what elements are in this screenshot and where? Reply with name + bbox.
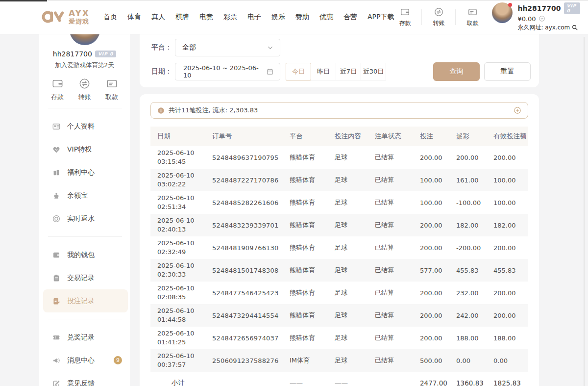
time-line: 02:51:34 bbox=[157, 203, 205, 211]
calendar-icon[interactable] bbox=[266, 68, 274, 76]
header-action-存款[interactable]: 存款 bbox=[394, 7, 416, 27]
username: hh2817700 bbox=[517, 4, 561, 12]
column-header-日期: 日期 bbox=[150, 132, 205, 141]
header-quick-actions: 存款转账取款 bbox=[394, 7, 483, 27]
cell-payout: 232.00 bbox=[449, 289, 487, 297]
cell-platform: 熊猫体育 bbox=[283, 288, 328, 297]
top-header: AYX 爱游戏 首页体育真人棋牌电竞彩票电子娱乐赞助优惠合营APP下载 存款转账… bbox=[0, 0, 588, 34]
range-button-今日[interactable]: 今日 bbox=[286, 63, 311, 80]
sidebar-item-label: 兑奖记录 bbox=[67, 333, 95, 342]
avatar[interactable] bbox=[492, 2, 513, 23]
range-button-近30日[interactable]: 近30日 bbox=[361, 63, 386, 80]
sidebar-item-消息中心[interactable]: 消息中心9 bbox=[39, 349, 130, 372]
time-line: 03:02:22 bbox=[157, 180, 205, 189]
cell-date: 2025-06-1002:51:34 bbox=[150, 194, 205, 211]
sidebar-action-取款[interactable]: 取款 bbox=[105, 77, 118, 102]
expand-icon[interactable] bbox=[514, 106, 521, 114]
sidebar-item-交易记录[interactable]: 交易记录 bbox=[39, 266, 130, 289]
range-button-近7日[interactable]: 近7日 bbox=[336, 63, 361, 80]
query-button[interactable]: 查询 bbox=[433, 62, 480, 81]
sidebar-item-VIP特权[interactable]: VIP特权 bbox=[39, 138, 130, 161]
date-range-value: 2025-06-10 ~ 2025-06-10 bbox=[183, 64, 266, 79]
subtotal-row: 小计 —— —— 2477.00 1360.83 1825.83 bbox=[150, 372, 528, 386]
table-row: 2025-06-1001:44:585248473294414554熊猫体育足球… bbox=[150, 304, 528, 327]
cell-payout: -100.00 bbox=[449, 199, 487, 206]
nav-item-棋牌[interactable]: 棋牌 bbox=[175, 13, 189, 22]
cell-date: 2025-06-1000:37:57 bbox=[150, 352, 205, 369]
cell-status: 已结算 bbox=[368, 221, 413, 230]
rebate-icon bbox=[52, 214, 61, 223]
divider bbox=[48, 319, 122, 319]
cell-content: 足球 bbox=[328, 334, 368, 342]
vip-badge: VIP 0 bbox=[564, 2, 580, 14]
date-line: 2025-06-10 bbox=[157, 239, 205, 248]
brand-logo[interactable]: AYX 爱游戏 bbox=[42, 9, 90, 25]
prizes-icon bbox=[52, 333, 61, 342]
time-line: 01:41:25 bbox=[157, 338, 205, 347]
header-action-转账[interactable]: 转账 bbox=[428, 7, 449, 27]
cell-bet: 200.00 bbox=[413, 289, 449, 297]
summary-bar: 共计11笔投注, 流水: 2,303.83 bbox=[150, 102, 528, 119]
nav-item-首页[interactable]: 首页 bbox=[103, 13, 117, 22]
date-range-input[interactable]: 2025-06-10 ~ 2025-06-10 bbox=[175, 63, 280, 80]
scrollbar[interactable] bbox=[584, 37, 585, 386]
sidebar-wallet-actions: 存款转账取款 bbox=[51, 77, 118, 102]
table-row: 2025-06-1002:51:345248485282261606熊猫体育足球… bbox=[150, 191, 528, 214]
nav-item-优惠[interactable]: 优惠 bbox=[319, 13, 333, 22]
cell-date: 2025-06-1001:41:25 bbox=[150, 329, 205, 346]
sidebar-item-福利中心[interactable]: 福利中心 bbox=[39, 161, 130, 184]
cell-date: 2025-06-1002:32:49 bbox=[150, 239, 205, 256]
cell-bet: 200.00 bbox=[413, 222, 449, 229]
sidebar-item-label: 投注记录 bbox=[67, 297, 95, 306]
cell-order-number: 5248487227170786 bbox=[205, 177, 283, 184]
header-action-取款[interactable]: 取款 bbox=[462, 7, 483, 27]
sidebar-avatar[interactable] bbox=[70, 34, 100, 45]
sidebar-action-存款[interactable]: 存款 bbox=[51, 77, 64, 102]
sidebar-item-投注记录[interactable]: 投注记录 bbox=[43, 289, 128, 312]
reset-button[interactable]: 重置 bbox=[484, 62, 531, 81]
nav-item-娱乐[interactable]: 娱乐 bbox=[271, 13, 285, 22]
cell-status: 已结算 bbox=[368, 153, 413, 162]
action-label: 取款 bbox=[105, 93, 118, 102]
cell-content: 足球 bbox=[328, 221, 368, 230]
cell-bet: 200.00 bbox=[413, 244, 449, 252]
cell-date: 2025-06-1002:08:35 bbox=[150, 284, 205, 301]
search-icon[interactable] bbox=[571, 24, 578, 31]
sidebar-item-我的钱包[interactable]: 我的钱包 bbox=[39, 243, 130, 266]
brand-name: AYX bbox=[69, 9, 90, 18]
sidebar-username: hh2817700 bbox=[53, 50, 92, 58]
nav-item-电子[interactable]: 电子 bbox=[247, 13, 261, 22]
cell-payout: 161.00 bbox=[449, 177, 487, 184]
cell-content: 足球 bbox=[328, 266, 368, 275]
balance-refresh-icon[interactable] bbox=[539, 15, 545, 22]
cell-date: 2025-06-1001:44:58 bbox=[150, 307, 205, 324]
quick-ranges: 今日昨日近7日近30日 bbox=[286, 63, 386, 80]
range-button-昨日[interactable]: 昨日 bbox=[311, 63, 336, 80]
cell-payout: 242.00 bbox=[449, 312, 487, 319]
cell-content: 足球 bbox=[328, 243, 368, 252]
wallet-icon bbox=[52, 251, 61, 259]
sidebar-item-意见反馈[interactable]: 意见反馈 bbox=[39, 372, 130, 386]
column-header-有效投注额: 有效投注额 bbox=[487, 132, 528, 141]
sidebar-item-个人资料[interactable]: 个人资料 bbox=[39, 115, 130, 138]
sidebar-item-label: 我的钱包 bbox=[67, 251, 95, 259]
nav-item-APP下载[interactable]: APP下载 bbox=[368, 13, 394, 22]
time-line: 03:15:45 bbox=[157, 157, 205, 166]
sidebar: hh2817700 VIP 0 加入爱游戏体育第2天 存款转账取款 个人资料VI… bbox=[39, 34, 130, 386]
nav-item-体育[interactable]: 体育 bbox=[127, 13, 141, 22]
sidebar-item-余额宝[interactable]: 余额宝 bbox=[39, 184, 130, 207]
notification-dot bbox=[508, 3, 512, 7]
cell-valid-bet: 182.00 bbox=[487, 222, 528, 229]
cell-bet: 577.00 bbox=[413, 267, 449, 274]
nav-item-真人[interactable]: 真人 bbox=[151, 13, 165, 22]
sidebar-item-兑奖记录[interactable]: 兑奖记录 bbox=[39, 326, 130, 349]
nav-item-彩票[interactable]: 彩票 bbox=[223, 13, 237, 22]
cell-bet: 100.00 bbox=[413, 199, 449, 206]
sidebar-action-转账[interactable]: 转账 bbox=[78, 77, 91, 102]
cell-date: 2025-06-1002:40:13 bbox=[150, 216, 205, 233]
sidebar-item-实时返水[interactable]: 实时返水 bbox=[39, 207, 130, 230]
nav-item-合营[interactable]: 合营 bbox=[343, 13, 357, 22]
nav-item-赞助[interactable]: 赞助 bbox=[295, 13, 309, 22]
nav-item-电竞[interactable]: 电竞 bbox=[199, 13, 213, 22]
platform-select[interactable]: 全部 bbox=[175, 39, 280, 56]
